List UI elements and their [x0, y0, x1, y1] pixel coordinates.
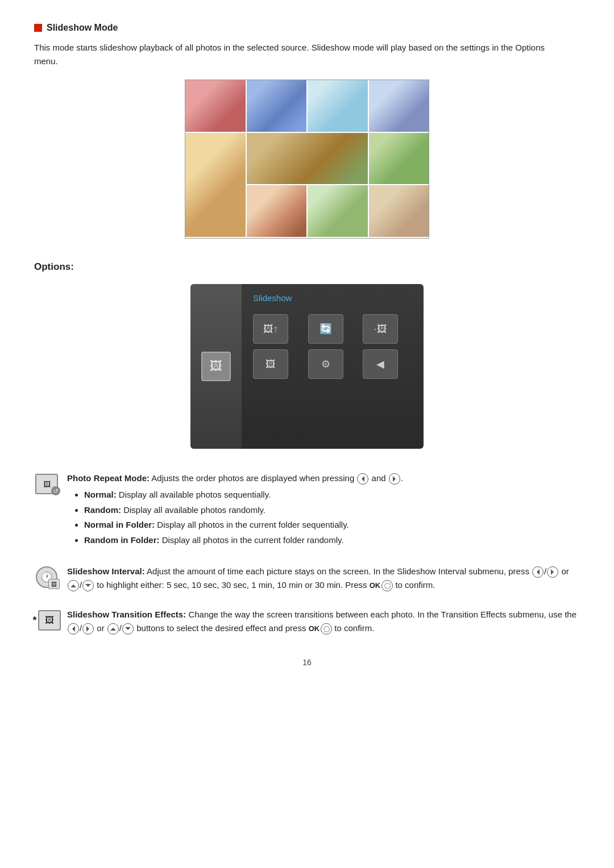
interval-nav-right [547, 566, 558, 578]
interval-title: Slideshow Interval: [67, 566, 145, 576]
photo-repeat-title: Photo Repeat Mode: Adjusts the order pho… [67, 473, 403, 483]
menu-title: Slideshow [253, 293, 412, 303]
photo-repeat-icon-inner: 🖼 ↺ [35, 474, 58, 494]
photo-repeat-content: Photo Repeat Mode: Adjusts the order pho… [67, 471, 580, 549]
img-cell-9 [308, 185, 368, 237]
transition-nav-down [122, 623, 134, 635]
section-title: Slideshow Mode [34, 23, 580, 33]
slideshow-interval-content: Slideshow Interval: Adjust the amount of… [67, 565, 580, 592]
menu-icon-4: 🖼 [253, 349, 288, 379]
photo-repeat-title-bold: Photo Repeat Mode: [67, 473, 150, 483]
slideshow-image-container [34, 80, 580, 239]
transition-nav-left [68, 623, 79, 635]
page-number: 16 [34, 658, 580, 667]
repeat-badge: ↺ [51, 486, 60, 495]
img-cell-2 [247, 80, 307, 132]
photo-repeat-bullets: Normal: Display all available photos seq… [84, 489, 580, 546]
bullet-normal: Normal: Display all available photos seq… [84, 489, 580, 502]
img-cell-8 [247, 185, 307, 237]
interval-nav-down [82, 580, 94, 591]
transition-or2: or [97, 623, 107, 633]
menu-icon-6: ◀ [363, 349, 398, 379]
menu-icon-1: 🖼↑ [253, 314, 288, 344]
interval-desc: Adjust the amount of time each picture s… [147, 566, 529, 576]
and-text: and [372, 473, 388, 483]
bullet-normal-folder: Normal in Folder: Display all photos in … [84, 519, 580, 532]
transition-title: Slideshow Transition Effects: [67, 610, 186, 619]
transition-desc: Change the way the screen transitions be… [188, 610, 576, 619]
star-prefix: * [33, 615, 37, 627]
photo-repeat-icon: 🖼 ↺ [34, 471, 59, 496]
interval-confirm: to confirm. [395, 580, 435, 590]
photo-repeat-desc: Adjusts the order photos are displayed w… [151, 473, 354, 483]
menu-main: Slideshow 🖼↑ 🔄 ·🖼 🖼 ⚙ ◀ [242, 284, 424, 449]
section-title-text: Slideshow Mode [47, 23, 118, 33]
img-cell-6 [247, 133, 368, 185]
slideshow-transition-content: Slideshow Transition Effects: Change the… [67, 608, 580, 635]
slideshow-transition-section: * 🖼 Slideshow Transition Effects: Change… [34, 608, 580, 635]
transition-ok-circle: ◯ [321, 623, 332, 635]
transition-nav-right [82, 623, 94, 635]
interval-desc2: to highlight either: 5 sec, 10 sec, 30 s… [97, 580, 367, 590]
photo-repeat-section: 🖼 ↺ Photo Repeat Mode: Adjusts the order… [34, 471, 580, 549]
transition-confirm: to confirm. [334, 623, 374, 633]
slideshow-transition-icon: * 🖼 [34, 608, 59, 633]
img-cell-7 [369, 133, 429, 185]
nav-right-icon [389, 473, 400, 485]
menu-icons-grid: 🖼↑ 🔄 ·🖼 🖼 ⚙ ◀ [253, 314, 412, 379]
transition-nav-up [107, 623, 119, 635]
interval-or1: or [561, 566, 569, 576]
slideshow-interval-icon: 🕐 🖼 [34, 565, 59, 590]
img-cell-3 [308, 80, 368, 132]
interval-ok-badge: OK◯ [370, 580, 393, 592]
img-cell-10 [369, 185, 429, 237]
img-cell-1 [185, 80, 246, 132]
options-heading: Options: [34, 261, 580, 273]
bullet-random: Random: Display all available photos ran… [84, 504, 580, 517]
menu-sidebar-icon: 🖼 [201, 352, 231, 381]
menu-sidebar: 🖼 [190, 284, 242, 449]
red-square-icon [34, 24, 42, 32]
interval-nav-left [532, 566, 544, 578]
bullet-random-folder: Random in Folder: Display all photos in … [84, 534, 580, 547]
menu-icon-3: ·🖼 [363, 314, 398, 344]
img-cell-5 [185, 133, 246, 237]
slideshow-interval-section: 🕐 🖼 Slideshow Interval: Adjust the amoun… [34, 565, 580, 592]
menu-icon-5: ⚙ [308, 349, 343, 379]
options-menu: 🖼 Slideshow 🖼↑ 🔄 ·🖼 🖼 ⚙ ◀ [190, 284, 424, 449]
interval-ok-circle: ◯ [381, 580, 393, 591]
interval-photo-mini-icon: 🖼 [48, 579, 60, 589]
nav-left-icon [357, 473, 368, 485]
slideshow-image-mosaic [185, 80, 429, 239]
interval-nav-up [68, 580, 79, 591]
options-menu-container: 🖼 Slideshow 🖼↑ 🔄 ·🖼 🖼 ⚙ ◀ [34, 284, 580, 449]
transition-desc2: buttons to select the desired effect and… [136, 623, 306, 633]
transition-icon-inner: 🖼 [38, 610, 61, 631]
img-cell-4 [369, 80, 429, 132]
intro-text: This mode starts slideshow playback of a… [34, 41, 546, 68]
transition-ok-badge: OK◯ [309, 623, 333, 635]
menu-icon-2: 🔄 [308, 314, 343, 344]
